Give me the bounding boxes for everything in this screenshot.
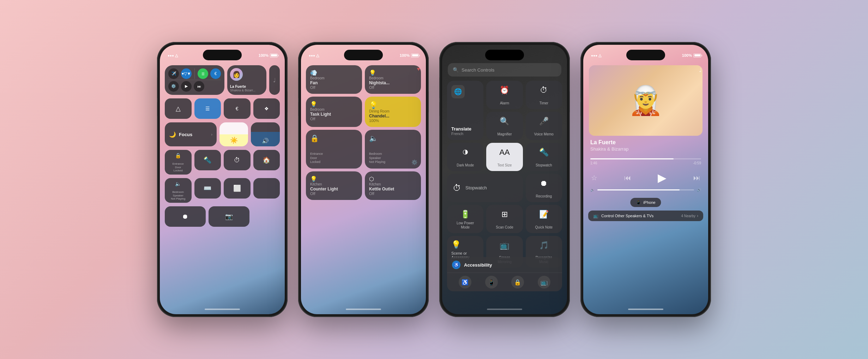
- nearby-label: 4 Nearby: [681, 214, 695, 218]
- bt-cell[interactable]: €: [224, 98, 251, 119]
- search-controls-bar[interactable]: 🔍 Search Controls: [448, 63, 561, 77]
- nightstand-room-label: Bedroom: [369, 76, 417, 80]
- progress-bar[interactable]: [590, 158, 701, 159]
- low-power-cell[interactable]: 🔋 Low PowerMode: [447, 205, 483, 233]
- vol-down-button-1[interactable]: [157, 102, 157, 116]
- vol-down-button-2[interactable]: [298, 102, 299, 116]
- acc-btn-4[interactable]: 📺: [538, 276, 550, 288]
- music-icon-widget[interactable]: ♩: [269, 65, 280, 95]
- playback-controls: ☆ ⏮ ▶ ⏭: [588, 171, 703, 184]
- settings-btn[interactable]: ⚙️: [168, 81, 179, 92]
- brightness-widget[interactable]: ☀️: [219, 122, 248, 146]
- speaker-icon-vol: 🔊: [262, 138, 269, 144]
- recording-cell[interactable]: ⏺ Recording: [526, 174, 562, 202]
- nightstand-widget[interactable]: 💡 Bedroom Nightsta... Off: [365, 65, 421, 94]
- battery-label-2: 100%: [400, 53, 410, 57]
- chandelier-widget[interactable]: 💡 Dining Room Chandel... 100%: [365, 97, 421, 127]
- bedroom-speaker-cell[interactable]: 🔈 BedroomSpeakerNot Playing: [165, 178, 192, 203]
- connectivity-widget: ✈️ ▾▽▼ ☰ € ⚙️ ▶ ⏭: [165, 65, 224, 95]
- vol-up-button-3[interactable]: [439, 84, 440, 98]
- power-button-1[interactable]: [287, 91, 288, 112]
- entrance-door-widget[interactable]: 🔒 EntranceDoorLocked: [306, 130, 362, 169]
- speakers-btn[interactable]: 📺 Control Other Speakers & TVs 4 Nearby …: [588, 211, 703, 221]
- scan-code-cell[interactable]: ⊞ Scan Code: [486, 205, 523, 233]
- recording-label: Recording: [536, 194, 552, 199]
- kettle-room-label: Kitchen: [369, 182, 417, 187]
- progress-fill: [590, 158, 674, 159]
- fast-forward-btn[interactable]: ⏭: [693, 174, 700, 182]
- conn-bottom-row: ⚙️ ▶ ⏭: [168, 81, 221, 92]
- bedroom-speaker-widget[interactable]: 🔈 BedroomSpeakerNot Playing ⚙️: [365, 130, 421, 169]
- divider-1: [194, 68, 195, 79]
- home-bar-3[interactable]: [487, 309, 522, 310]
- text-size-cell[interactable]: AA Text Size: [486, 143, 523, 171]
- bedroom-fan-widget[interactable]: 💨 Bedroom Fan Off: [306, 65, 362, 94]
- focus-widget[interactable]: 🌙 Focus ›: [165, 122, 217, 146]
- vol-up-button-1[interactable]: [157, 84, 157, 98]
- device-button[interactable]: 📱 iPhone: [630, 198, 661, 207]
- low-power-icon: 🔋: [460, 210, 470, 219]
- search-placeholder: Search Controls: [462, 67, 494, 73]
- volume-bar[interactable]: [597, 189, 694, 190]
- skip-btn[interactable]: ⏭: [194, 81, 204, 92]
- kettle-widget[interactable]: ⬡ Kitchen Kettle Outlet Off: [365, 171, 421, 200]
- album-face: 🧝: [589, 65, 703, 136]
- cellular-btn[interactable]: ☰: [198, 68, 208, 79]
- flashlight-cell[interactable]: 🔦: [194, 150, 221, 170]
- play-btn[interactable]: ▶: [181, 81, 192, 92]
- translate-icon-box: 🌐: [451, 85, 465, 98]
- voice-memo-cell[interactable]: 🎤 Voice Memo: [526, 112, 562, 140]
- power-button-4[interactable]: [711, 91, 711, 112]
- record-cell[interactable]: ⏺: [165, 206, 206, 227]
- vol-up-button-4[interactable]: [580, 84, 581, 98]
- accessibility-icons-row: ♿ 📱 🔒 📺: [447, 273, 562, 291]
- record-icon: ⏺: [182, 213, 188, 220]
- translate-cell[interactable]: 🌐 Translate French: [447, 81, 483, 140]
- volume-widget[interactable]: 🔊: [251, 122, 280, 146]
- screen-mirror-icon: ⬜: [233, 184, 241, 192]
- timer-cell[interactable]: ⏱: [224, 150, 251, 170]
- dark-mode-cell[interactable]: ◑ Dark Mode: [447, 143, 483, 171]
- home-btn-cell[interactable]: 🏠: [253, 150, 280, 170]
- camera-cell[interactable]: 📷: [209, 206, 249, 227]
- acc-btn-1[interactable]: ♿: [459, 276, 471, 288]
- acc-btn-2[interactable]: 📱: [485, 276, 498, 288]
- tasklight-widget[interactable]: 💡 Bedroom Task Light Off: [306, 97, 362, 127]
- cellular-cell[interactable]: ☰: [194, 98, 221, 119]
- chandelier-icon: 💡: [369, 101, 378, 109]
- rewind-btn[interactable]: ⏮: [624, 174, 631, 182]
- vol-down-button-3[interactable]: [439, 102, 440, 116]
- power-button-3[interactable]: [569, 91, 570, 112]
- airplane-btn[interactable]: ✈️: [168, 68, 179, 79]
- alarm-cell[interactable]: ⏰ Alarm: [486, 81, 523, 109]
- calc-cell[interactable]: ⌨️: [194, 178, 221, 199]
- power-button-2[interactable]: [428, 91, 429, 112]
- airdrop-cell[interactable]: ❖: [253, 98, 280, 119]
- fan-icon: 💨: [310, 70, 317, 76]
- alarm-icon: ⏰: [500, 86, 509, 95]
- timer-cell-3[interactable]: ⏱ Timer: [526, 81, 562, 109]
- stopwatch-cell[interactable]: ⏱ Stopwatch: [447, 174, 523, 202]
- vol-up-button-2[interactable]: [298, 84, 299, 98]
- screen-mirror-cell[interactable]: ⬜: [224, 178, 251, 199]
- star-btn[interactable]: ☆: [591, 174, 597, 182]
- nightstand-name: Nightsta...: [369, 80, 417, 85]
- home-bar-2[interactable]: [346, 309, 381, 310]
- play-pause-btn[interactable]: ▶: [658, 171, 667, 184]
- bluetooth-btn[interactable]: €: [210, 68, 221, 79]
- magnifier-cell[interactable]: 🔍 Magnifier: [486, 112, 523, 140]
- home-bar-4[interactable]: [628, 309, 663, 310]
- quick-note-cell[interactable]: 📝 Quick Note: [526, 205, 562, 233]
- vol-down-button-4[interactable]: [580, 102, 581, 116]
- iphone-icon: 📱: [636, 200, 641, 205]
- flashlight-cell-3[interactable]: 🔦 Stopwatch: [526, 143, 562, 171]
- entrance-door-cell[interactable]: 🔒 EntranceDoorLocked: [165, 150, 192, 175]
- wifi-btn[interactable]: ▾▽▼: [181, 68, 192, 79]
- counter-light-widget[interactable]: 💡 Kitchen Counter Light Off: [306, 171, 362, 200]
- scan-code-icon: ⊞: [501, 210, 508, 219]
- accessibility-header[interactable]: ♿ Accessibility: [447, 257, 562, 273]
- moon-icon: 🌙: [169, 131, 176, 138]
- home-bar-1[interactable]: [205, 309, 240, 310]
- wifi-cell[interactable]: △: [165, 98, 192, 119]
- acc-btn-3[interactable]: 🔒: [511, 276, 524, 288]
